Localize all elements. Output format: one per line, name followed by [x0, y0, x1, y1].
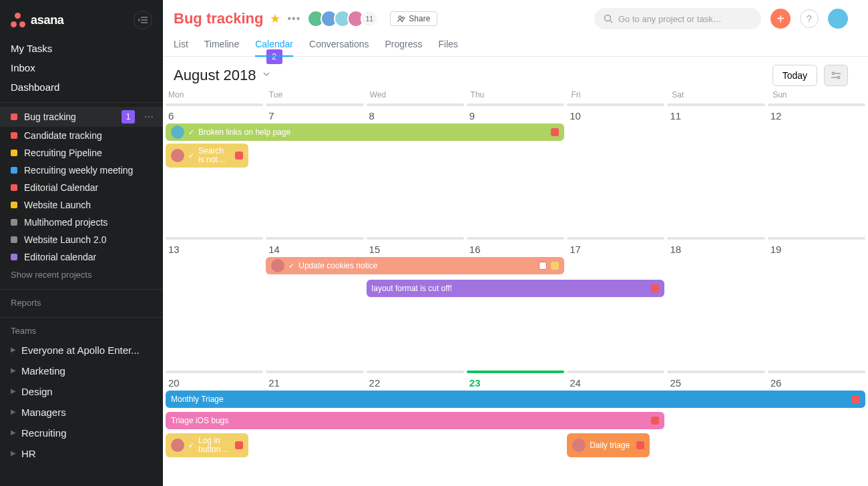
day-cell[interactable]: 12: [768, 103, 865, 234]
share-label: Share: [409, 14, 430, 23]
tab-badge: 2: [266, 49, 282, 64]
tab-calendar[interactable]: Calendar2: [255, 35, 293, 56]
day-header: Fri: [568, 90, 666, 101]
team-item[interactable]: ▶HR: [0, 443, 163, 464]
project-color-icon: [11, 219, 17, 226]
day-cell[interactable]: 19: [768, 237, 865, 368]
sidebar-project-editorial-calendar[interactable]: Editorial Calendar: [0, 179, 163, 196]
team-item[interactable]: ▶Design: [0, 381, 163, 402]
task-label: Monthly Triage: [171, 395, 848, 404]
share-button[interactable]: Share: [390, 11, 437, 26]
day-header: Thu: [468, 90, 566, 101]
tab-progress[interactable]: Progress: [385, 35, 423, 56]
caret-right-icon: ▶: [11, 367, 16, 374]
search-input[interactable]: Go to any project or task…: [594, 8, 761, 29]
day-cell[interactable]: 25: [667, 371, 765, 485]
logo[interactable]: asana: [11, 13, 64, 27]
calendar-week: 20212223242526Monthly TriageTriage iOS b…: [163, 371, 868, 486]
avatar-overflow-count[interactable]: 11: [361, 10, 378, 27]
month-label: August 2018: [174, 67, 256, 84]
nav-my-tasks[interactable]: My Tasks: [0, 39, 163, 58]
day-number: 14: [266, 240, 363, 255]
calendar-task[interactable]: layout format is cut off!: [367, 280, 665, 297]
team-name: Managers: [21, 407, 66, 418]
day-cell[interactable]: 11: [667, 103, 765, 234]
nav-inbox[interactable]: Inbox: [0, 58, 163, 77]
teams-label: Teams: [0, 318, 163, 340]
calendar-week: 6789101112✓Broken links on help page✓Sea…: [163, 103, 868, 237]
nav-main: My Tasks Inbox Dashboard: [0, 36, 163, 102]
month-dropdown-icon[interactable]: [262, 69, 271, 81]
nav-dashboard[interactable]: Dashboard: [0, 77, 163, 97]
team-item[interactable]: ▶Managers: [0, 402, 163, 423]
caret-right-icon: ▶: [11, 408, 16, 415]
calendar-task[interactable]: Daily triage: [567, 433, 650, 457]
sidebar-project-recruiting-weekly-meeting[interactable]: Recruiting weekly meeting: [0, 162, 163, 179]
calendar-task[interactable]: ✓Log in button…: [166, 433, 248, 457]
day-number: 19: [768, 240, 865, 255]
project-color-icon: [11, 202, 17, 208]
sidebar-project-candidate-tracking[interactable]: Candidate tracking: [0, 127, 163, 144]
sidebar-project-recruiting-pipeline[interactable]: Recruiting Pipeline: [0, 144, 163, 162]
assignee-avatar: [171, 126, 184, 139]
user-avatar[interactable]: [828, 9, 848, 29]
day-number: 15: [367, 240, 464, 255]
day-number: 18: [667, 240, 765, 255]
tab-files[interactable]: Files: [439, 35, 459, 56]
logo-text: asana: [31, 13, 64, 27]
member-avatars[interactable]: 11: [311, 10, 378, 27]
sidebar-collapse-icon[interactable]: [134, 11, 152, 29]
calendar-task[interactable]: Monthly Triage: [166, 391, 865, 408]
sidebar-project-bug-tracking[interactable]: Bug tracking1⋯: [0, 107, 163, 127]
task-tag: [651, 417, 659, 425]
task-tag: [551, 262, 559, 270]
calendar-task[interactable]: Triage iOS bugs: [166, 412, 664, 429]
calendar-task[interactable]: ✓Update cookies notice: [266, 257, 564, 274]
sidebar-project-multihomed-projects[interactable]: Multihomed projects: [0, 214, 163, 231]
calendar-task[interactable]: ✓Broken links on help page: [166, 124, 564, 141]
project-color-icon: [11, 184, 17, 191]
team-item[interactable]: ▶Everyone at Apollo Enter...: [0, 340, 163, 360]
sidebar-project-website-launch-2-0[interactable]: Website Launch 2.0: [0, 231, 163, 248]
day-number: 17: [567, 240, 664, 255]
task-label: Triage iOS bugs: [171, 416, 647, 425]
calendar-task[interactable]: ✓Search is not…: [166, 144, 248, 168]
day-cell[interactable]: 26: [768, 371, 865, 485]
project-color-icon: [11, 132, 17, 139]
task-tag: [235, 152, 243, 160]
reports-link[interactable]: Reports: [0, 290, 163, 312]
team-item[interactable]: ▶Recruiting: [0, 423, 163, 443]
sidebar-project-website-launch[interactable]: Website Launch: [0, 196, 163, 214]
day-number: 16: [467, 240, 564, 255]
add-button[interactable]: +: [771, 9, 791, 29]
project-name: Bug tracking: [24, 111, 115, 122]
sidebar: asana My Tasks Inbox Dashboard Bug track…: [0, 0, 163, 486]
filter-button[interactable]: [824, 65, 848, 86]
project-name: Website Launch: [24, 200, 156, 210]
day-number: 22: [367, 373, 464, 389]
team-item[interactable]: ▶Marketing: [0, 360, 163, 381]
tab-timeline[interactable]: Timeline: [204, 35, 239, 56]
caret-right-icon: ▶: [11, 429, 16, 436]
project-name: Website Launch 2.0: [24, 234, 156, 245]
day-cell[interactable]: 18: [667, 237, 765, 368]
tab-conversations[interactable]: Conversations: [309, 35, 369, 56]
day-cell[interactable]: 10: [567, 103, 664, 234]
day-header: Tue: [266, 90, 365, 101]
today-button[interactable]: Today: [773, 65, 817, 86]
sidebar-project-editorial-calendar[interactable]: Editorial calendar: [0, 248, 163, 266]
task-tag: [636, 441, 644, 449]
tab-list[interactable]: List: [174, 35, 188, 56]
task-label: Daily triage: [590, 441, 632, 450]
svg-point-7: [832, 72, 834, 74]
day-cell[interactable]: 13: [166, 237, 263, 368]
task-tag: [235, 441, 243, 449]
star-icon[interactable]: ★: [270, 11, 280, 26]
show-recent-projects[interactable]: Show recent projects: [0, 266, 163, 284]
project-more-icon[interactable]: ⋯: [142, 111, 156, 122]
day-cell[interactable]: 17: [567, 237, 664, 368]
caret-right-icon: ▶: [11, 387, 16, 395]
more-actions-icon[interactable]: •••: [287, 13, 300, 25]
assignee-avatar: [271, 259, 284, 272]
help-button[interactable]: ?: [800, 9, 819, 28]
